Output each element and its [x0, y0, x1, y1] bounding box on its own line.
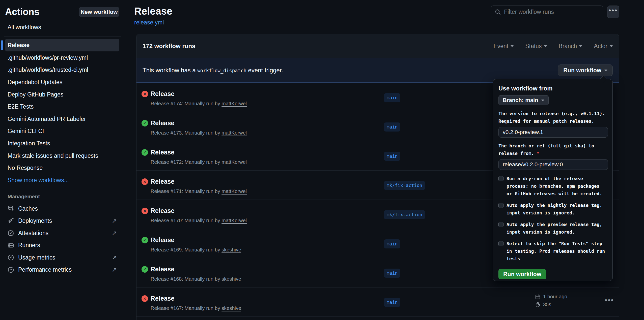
run-time-ago: 1 hour ago	[543, 294, 567, 300]
server-icon	[8, 242, 14, 249]
external-link-icon: ↗	[112, 218, 117, 224]
new-workflow-button[interactable]: New workflow	[79, 7, 119, 17]
dry-run-checkbox[interactable]	[498, 176, 503, 181]
sidebar-item-dependabot-updates[interactable]: Dependabot Updates	[5, 76, 119, 88]
management-list: Caches Deployments ↗	[5, 203, 119, 276]
sidebar-item-label: Performance metrics	[18, 266, 72, 273]
dry-run-option: Run a dry-run of the release process; no…	[498, 175, 607, 198]
sidebar-item-no-response[interactable]: No Response	[5, 162, 119, 174]
run-title-link[interactable]: Release	[151, 90, 175, 98]
run-title-link[interactable]: Release	[151, 295, 175, 302]
stopwatch-icon	[535, 302, 541, 307]
sidebar-item-runners[interactable]: Runners	[5, 239, 119, 252]
preview-tag-option: Auto apply the preview release tag, inpu…	[498, 221, 607, 236]
sidebar-item-deployments[interactable]: Deployments ↗	[5, 215, 119, 227]
branch-badge[interactable]: main	[384, 122, 400, 132]
run-duration: 35s	[543, 302, 551, 307]
run-subtitle: Release #169: Manually run by skeshive	[151, 247, 241, 253]
workflow-file-link[interactable]: release.yml	[134, 19, 164, 26]
branch-badge[interactable]: main	[384, 152, 400, 161]
actor-filter[interactable]: Actor	[594, 43, 613, 50]
workflow-dispatch-code: workflow_dispatch	[197, 68, 246, 73]
branch-badge[interactable]: main	[384, 239, 400, 248]
sidebar-item-all-workflows[interactable]: All workflows	[5, 21, 119, 34]
sidebar-item-pr-review[interactable]: .github/workflows/pr-review.yml	[5, 52, 119, 64]
branch-select-button[interactable]: Branch: main	[498, 95, 549, 105]
checkbox-label[interactable]: Select to skip the "Run Tests" step in t…	[507, 240, 606, 263]
checkbox-label[interactable]: Auto apply the preview release tag, inpu…	[507, 221, 606, 236]
selected-accent-bar	[1, 40, 3, 50]
search-input[interactable]	[504, 9, 599, 15]
sidebar-item-mark-stale[interactable]: Mark stale issues and pull requests	[5, 150, 119, 162]
actor-link[interactable]: mattKorwel	[221, 218, 247, 223]
sidebar-divider	[4, 37, 121, 37]
nightly-tag-option: Auto apply the nightly release tag, inpu…	[498, 202, 607, 217]
sidebar-item-release[interactable]: Release	[5, 39, 119, 51]
run-title-link[interactable]: Release	[151, 266, 175, 273]
run-subtitle: Release #174: Manually run by mattKorwel	[151, 101, 247, 107]
status-filter[interactable]: Status	[525, 43, 547, 50]
sidebar-item-gemini-pr-labeler[interactable]: Gemini Automated PR Labeler	[5, 113, 119, 125]
run-subtitle: Release #170: Manually run by mattKorwel	[151, 218, 247, 223]
sidebar-item-e2e-tests[interactable]: E2E Tests	[5, 101, 119, 113]
branch-badge[interactable]: main	[384, 269, 400, 278]
sidebar-item-gemini-cli-ci[interactable]: Gemini CLI CI	[5, 125, 119, 138]
chevron-down-icon	[511, 45, 514, 47]
branch-filter[interactable]: Branch	[558, 43, 582, 50]
sidebar-item-integration-tests[interactable]: Integration Tests	[5, 137, 119, 150]
management-section-label: Management	[8, 194, 40, 200]
run-title-link[interactable]: Release	[151, 119, 175, 127]
sidebar-item-caches[interactable]: Caches	[5, 203, 119, 215]
banner-text: This workflow has a workflow_dispatch ev…	[143, 67, 283, 74]
run-subtitle: Release #173: Manually run by mattKorwel	[151, 130, 247, 136]
sidebar-item-deploy-github-pages[interactable]: Deploy GitHub Pages	[5, 88, 119, 101]
checkbox-label[interactable]: Run a dry-run of the release process; no…	[507, 175, 606, 198]
external-link-icon: ↗	[112, 254, 117, 261]
preview-tag-checkbox[interactable]	[498, 222, 503, 227]
sidebar-item-attestations[interactable]: Attestations ↗	[5, 227, 119, 239]
version-input[interactable]	[498, 127, 608, 138]
sidebar-item-performance-metrics[interactable]: Performance metrics ↗	[5, 264, 119, 276]
run-workflow-submit-button[interactable]: Run workflow	[498, 269, 546, 279]
sidebar-title: Actions	[5, 7, 39, 17]
ref-input[interactable]	[498, 159, 608, 170]
branch-badge[interactable]: mk/fix-action	[384, 210, 425, 219]
run-title-link[interactable]: Release	[151, 207, 175, 214]
run-title-link[interactable]: Release	[151, 149, 175, 156]
meter-icon	[8, 254, 14, 261]
run-title-link[interactable]: Release	[151, 178, 175, 185]
checkbox-label[interactable]: Auto apply the nightly release tag, inpu…	[507, 202, 606, 217]
nightly-tag-checkbox[interactable]	[498, 203, 503, 208]
actor-link[interactable]: mattKorwel	[221, 159, 247, 165]
actor-link[interactable]: skeshive	[221, 276, 241, 282]
show-more-workflows-link[interactable]: Show more workflows...	[5, 174, 119, 186]
actor-link[interactable]: mattKorwel	[221, 101, 247, 106]
branch-badge[interactable]: main	[384, 298, 400, 307]
actor-link[interactable]: skeshive	[221, 247, 241, 252]
panel-checkbox-group: Run a dry-run of the release process; no…	[498, 175, 607, 263]
sidebar-item-trusted-ci[interactable]: .github/workflows/trusted-ci.yml	[5, 64, 119, 76]
success-icon	[142, 266, 148, 273]
actor-link[interactable]: skeshive	[221, 305, 241, 311]
workflow-options-button[interactable]: •••	[607, 6, 619, 18]
chevron-down-icon	[544, 45, 547, 47]
actor-link[interactable]: mattKorwel	[221, 130, 247, 136]
branch-badge[interactable]: main	[384, 93, 400, 102]
workflow-run-row	[136, 316, 619, 320]
search-icon	[495, 9, 501, 15]
workflow-run-row[interactable]: Release Release #167: Manually run by sk…	[136, 287, 619, 316]
run-options-button[interactable]: •••	[602, 295, 617, 305]
run-workflow-dropdown-button[interactable]: Run workflow	[558, 65, 613, 76]
event-filter[interactable]: Event	[493, 43, 514, 50]
branch-badge[interactable]: mk/fix-action	[384, 181, 425, 190]
actor-link[interactable]: mattKorwel	[221, 188, 247, 194]
skip-tests-checkbox[interactable]	[498, 241, 503, 246]
filter-workflow-runs-field[interactable]	[491, 6, 603, 18]
ref-input-label: The branch or ref (full git sha) to rele…	[498, 142, 612, 157]
failure-icon	[142, 178, 148, 185]
sidebar-item-usage-metrics[interactable]: Usage metrics ↗	[5, 251, 119, 264]
run-title-link[interactable]: Release	[151, 236, 175, 244]
success-icon	[142, 237, 148, 243]
run-subtitle: Release #171: Manually run by mattKorwel	[151, 188, 247, 194]
sidebar-item-label: Runners	[18, 242, 40, 249]
